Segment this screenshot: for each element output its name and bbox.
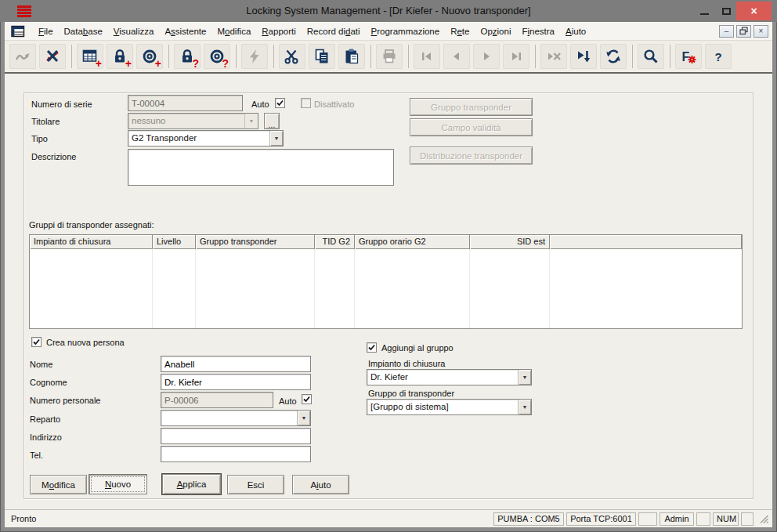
goto-record-icon[interactable]: [570, 44, 597, 69]
toolbar-separator: [168, 45, 169, 68]
mdi-window-controls: – ×: [719, 25, 772, 38]
toolbar-separator: [670, 45, 670, 68]
add-to-group-checkbox[interactable]: [367, 342, 377, 353]
phone-label: Tel.: [30, 451, 43, 460]
jump-arrow-icon: [9, 44, 36, 69]
refresh-icon[interactable]: [600, 44, 627, 69]
read-lock-icon[interactable]: ?: [174, 44, 201, 69]
copy-icon[interactable]: [309, 44, 335, 69]
auto-serial-checkbox[interactable]: [275, 98, 285, 108]
name-input[interactable]: [161, 356, 311, 372]
modifica-button[interactable]: Modifica: [30, 475, 87, 494]
aiuto-button[interactable]: Aiuto: [292, 475, 349, 494]
column-gruppo-transponder: Gruppo transponder: [196, 235, 315, 249]
menu-modifica[interactable]: Modifica: [211, 24, 256, 39]
mdi-restore-button[interactable]: [736, 25, 751, 38]
menu-file[interactable]: File: [33, 24, 59, 39]
status-user: Admin: [660, 512, 694, 526]
minimize-button[interactable]: [694, 2, 714, 20]
menu-rapporti[interactable]: Rapporti: [256, 24, 301, 39]
modifica-label: Modifica: [42, 480, 75, 490]
column-sid-est: SID est: [470, 235, 550, 249]
owner-browse-button[interactable]: ...: [264, 113, 280, 129]
check-icon: [302, 395, 311, 404]
menu-rete[interactable]: Rete: [445, 24, 475, 39]
menu-database[interactable]: Database: [59, 24, 108, 39]
search-icon[interactable]: [638, 44, 664, 69]
menu-aiuto[interactable]: Aiuto: [560, 24, 591, 39]
applica-button[interactable]: Applica: [162, 474, 221, 494]
menu-opzioni[interactable]: Opzioni: [475, 24, 516, 39]
status-empty-panel: [638, 512, 657, 526]
menu-finestra[interactable]: Finestra: [516, 24, 560, 39]
status-panels: PUMBA : COM5 Porta TCP:6001 Admin NUM: [493, 512, 769, 526]
create-person-checkbox[interactable]: [31, 337, 42, 347]
type-combo[interactable]: G2 Transponder ▼: [128, 130, 284, 147]
menu-assistente[interactable]: Assistente: [159, 24, 211, 39]
question-badge: ?: [192, 58, 199, 69]
department-label: Reparto: [30, 414, 60, 424]
groups-table[interactable]: Impianto di chiusura Livello Gruppo tran…: [29, 234, 743, 329]
maximize-icon: [722, 8, 731, 15]
address-input[interactable]: [161, 428, 311, 444]
campo-validita-button: Campo validità: [410, 118, 533, 136]
column-impianto: Impianto di chiusura: [30, 235, 153, 249]
auto-serial-label: Auto: [251, 100, 269, 109]
minimize-icon: [700, 13, 709, 15]
menu-record-didati[interactable]: Record didati: [302, 24, 366, 39]
serial-input: [128, 95, 243, 111]
toolbar-separator: [71, 45, 72, 68]
toolbar-separator: [408, 45, 409, 68]
auto-number-checkbox[interactable]: [302, 394, 312, 404]
maximize-button[interactable]: [716, 2, 736, 20]
disattivato-label: Disattivato: [314, 100, 354, 109]
reset-transponder-icon[interactable]: [39, 44, 66, 69]
menu-visualizza[interactable]: Visualizza: [108, 24, 160, 39]
document-window-icon[interactable]: [11, 25, 25, 38]
mdi-minimize-button[interactable]: –: [719, 25, 734, 38]
locking-system-combo[interactable]: Dr. Kiefer ▼: [367, 369, 532, 385]
help-icon[interactable]: ?: [705, 44, 732, 69]
resize-grip[interactable]: [759, 514, 769, 524]
toolbar-separator: [273, 45, 274, 68]
close-button[interactable]: ×: [736, 2, 772, 20]
column-livello: Livello: [153, 235, 196, 249]
surname-input[interactable]: [161, 374, 311, 390]
gruppo-transponder-label: Gruppo transponder: [431, 103, 511, 112]
new-lock-icon[interactable]: +: [107, 44, 133, 69]
mdi-close-button[interactable]: ×: [754, 25, 768, 38]
name-label: Nome: [30, 360, 52, 369]
description-textarea[interactable]: [128, 149, 394, 186]
owner-value: nessuno: [128, 114, 244, 128]
new-transponder-icon[interactable]: +: [136, 44, 163, 69]
nuovo-button[interactable]: Nuovo: [89, 474, 147, 494]
esci-button[interactable]: Esci: [227, 475, 284, 494]
surname-label: Cognome: [30, 378, 67, 387]
chevron-down-icon: ▼: [244, 114, 258, 128]
plus-badge: +: [125, 58, 132, 69]
question-glyph: ?: [714, 50, 721, 63]
filter-options-icon[interactable]: F: [675, 44, 702, 69]
distribuzione-transponder-label: Distribuzione transponder: [420, 151, 522, 161]
read-transponder-icon[interactable]: ?: [204, 44, 230, 69]
toolbar-separator: [632, 45, 633, 68]
new-locking-system-icon[interactable]: +: [77, 44, 103, 69]
groups-table-header: Impianto di chiusura Livello Gruppo tran…: [30, 235, 742, 249]
check-icon: [276, 99, 284, 107]
chevron-down-icon: ▼: [518, 400, 531, 414]
cancel-record-icon: [540, 44, 567, 69]
phone-input[interactable]: [161, 446, 311, 462]
status-empty-panel: [741, 512, 754, 526]
cut-icon[interactable]: [279, 44, 305, 69]
type-label: Tipo: [31, 134, 48, 143]
status-empty-panel: [696, 512, 710, 526]
department-combo[interactable]: ▼: [161, 410, 311, 426]
transponder-group-label: Gruppo di transponder: [368, 389, 454, 398]
owner-label: Titolare: [31, 117, 60, 126]
transponder-group-combo[interactable]: [Gruppo di sistema] ▼: [367, 399, 532, 415]
paste-icon[interactable]: [338, 44, 365, 69]
menu-programmazione[interactable]: Programmazione: [366, 24, 446, 39]
status-numlock: NUM: [713, 512, 739, 526]
disattivato-checkbox: [301, 98, 311, 108]
status-ready: Pronto: [8, 514, 36, 523]
